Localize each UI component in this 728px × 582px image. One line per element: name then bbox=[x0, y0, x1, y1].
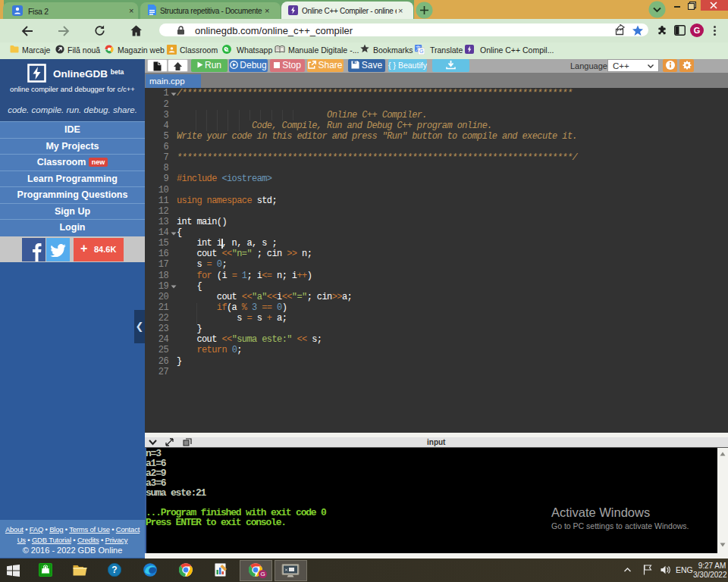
svg-text:?: ? bbox=[111, 565, 117, 575]
svg-text:G: G bbox=[419, 48, 423, 54]
